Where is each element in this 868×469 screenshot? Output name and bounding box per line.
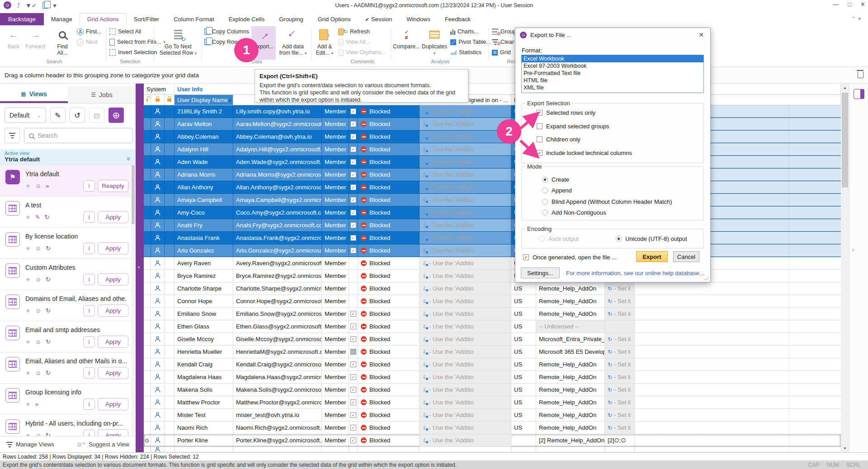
radio-option[interactable]: Append	[542, 187, 572, 194]
undo-button[interactable]: ↺	[70, 108, 85, 123]
row-checkbox-cell[interactable]: ✓	[349, 156, 358, 168]
table-row[interactable]: Mister Testmister_test@ovh.ytria.ioMembe…	[144, 409, 841, 422]
filter-views-button[interactable]	[5, 128, 20, 143]
header-lock[interactable]	[151, 95, 165, 105]
table-row[interactable]: Kendall CraigKendall.Craig@sygx2.onmicro…	[144, 358, 841, 371]
ribbon-collapse-icon[interactable]: ⌃▾	[851, 16, 863, 22]
view-card[interactable]: Group licensing info★»iApply	[0, 384, 131, 415]
table-row[interactable]: Charlotte SharpeCharlotte.Sharpe@sygx2.o…	[144, 282, 841, 295]
radio-option[interactable]: Add Non-Contiguous	[542, 209, 606, 216]
statistics-button[interactable]: Statistics	[450, 48, 491, 57]
table-row[interactable]: Abbey.ColemanAbbey.Coleman@ovh.ytria.ioM…	[144, 131, 841, 143]
apply-view-button[interactable]: Apply	[98, 336, 128, 348]
save-view-button[interactable]: ▤	[89, 108, 104, 123]
charts-button[interactable]: Charts...	[450, 27, 491, 36]
tab-column-format[interactable]: Column Format	[166, 14, 222, 25]
tab-grid-options[interactable]: Grid Options	[311, 14, 358, 25]
suggest-view-link[interactable]: ☺⁺ Suggest a View	[76, 441, 129, 448]
view-card[interactable]: Custom Attributes★☺↻iApply	[0, 259, 131, 290]
scrollbar-thumb[interactable]	[842, 93, 848, 188]
settings-button[interactable]: Settings...	[521, 267, 560, 278]
tab-feedback[interactable]: Feedback	[438, 14, 478, 25]
manage-views-link[interactable]: Manage Views	[6, 441, 54, 448]
header-user-display-name[interactable]: User Display Name▲	[175, 95, 233, 105]
table-row[interactable]: Makena SolisMakena.Solis@sygx2.onmicroso…	[144, 384, 841, 396]
view-card[interactable]: By license location★☺↻iApply	[0, 228, 131, 259]
table-row[interactable]: Anastasia FrankAnastasia.Frank@sygx2.onm…	[144, 232, 841, 244]
apply-view-button[interactable]: Apply	[98, 398, 128, 410]
table-row[interactable]: Amaya CampbellAmaya.Campbell@sygx2.onmic…	[144, 194, 841, 206]
row-checkbox-cell[interactable]: ✓	[349, 181, 358, 193]
view-info-button[interactable]: i	[83, 399, 95, 410]
apply-view-button[interactable]: Apply	[98, 242, 128, 254]
row-checkbox-cell[interactable]: ✓	[349, 308, 358, 320]
row-checkbox-cell[interactable]: ✓	[349, 320, 358, 333]
row-checkbox-cell[interactable]: ✓	[349, 232, 358, 244]
reapply-view-button[interactable]: Reapply	[98, 180, 128, 192]
preset-dropdown[interactable]: Default⌄	[5, 108, 46, 123]
row-checkbox-cell[interactable]: ✓	[349, 333, 358, 345]
view-info-button[interactable]: i	[83, 367, 95, 379]
sidebar-scrollbar[interactable]	[132, 165, 135, 436]
table-row[interactable]: Adalynn HillAdalynn.Hill@sygx2.onmicroso…	[144, 143, 841, 156]
find-all-button[interactable]: Find All...	[51, 26, 74, 59]
row-checkbox-cell[interactable]: ✓	[349, 131, 358, 143]
copy-columns-button[interactable]: Copy Columns	[204, 27, 249, 36]
row-checkbox-cell[interactable]: ✓	[349, 422, 358, 434]
view-info-button[interactable]: i	[83, 274, 95, 285]
row-checkbox-cell[interactable]: ✓	[349, 244, 358, 257]
row-checkbox-cell[interactable]	[349, 270, 358, 282]
table-row[interactable]: Henrietta MuellerHenriettaM@sygx2.onmicr…	[144, 346, 841, 358]
active-view-banner[interactable]: Active view Ytria default »	[0, 149, 136, 165]
pivot-table-button[interactable]: ⤢ Pivot Table...	[450, 38, 491, 47]
format-option[interactable]: HTML file	[522, 77, 703, 84]
cancel-button[interactable]: Cancel	[673, 251, 699, 262]
view-info-button[interactable]: i	[83, 336, 95, 347]
add-data-from-file-button[interactable]: → Add data from file... ▾	[277, 26, 309, 59]
help-link[interactable]: For more information, see our online hel…	[566, 270, 704, 277]
tab-grid-actions[interactable]: Grid Actions	[80, 13, 127, 25]
add-view-button[interactable]: ⊕	[108, 108, 124, 123]
collapse-right-icon[interactable]: ‹	[852, 246, 854, 253]
open-after-checkbox[interactable]: ✓ Once generated, open the file ...	[523, 254, 617, 261]
view-card[interactable]: ⚑Ytria default★☺»iReapply	[0, 165, 131, 197]
go-to-next-selected-row-button[interactable]: Go To Next Selected Row ▾	[157, 26, 199, 59]
checkbox-option[interactable]: ✓Include locked technical columns	[537, 150, 632, 156]
apply-view-button[interactable]: Apply	[98, 211, 128, 223]
row-checkbox-cell[interactable]	[349, 346, 358, 358]
apply-view-button[interactable]: Apply	[98, 305, 128, 317]
trash-icon[interactable]	[858, 72, 863, 78]
sidebar-tab-jobs[interactable]: ☰Jobs	[68, 86, 136, 103]
find-next-button[interactable]: › Next	[77, 38, 102, 47]
find-first-button[interactable]: A First...	[77, 27, 102, 36]
maximize-button[interactable]: □	[848, 1, 851, 8]
view-card[interactable]: Domains of Email, Aliases and othe...★☺↻…	[0, 290, 131, 321]
table-row[interactable]: Connor HopeConnor.Hope@sygx2.onmicrosoft…	[144, 295, 841, 308]
refresh-button[interactable]: ↻ Refresh	[338, 27, 386, 36]
row-checkbox-cell[interactable]	[349, 257, 358, 269]
table-row[interactable]: Emiliano SnowEmiliano.Snow@sygx2.onmicro…	[144, 308, 841, 320]
row-checkbox-cell[interactable]: ✓	[349, 219, 358, 231]
search-input[interactable]: Search	[24, 128, 133, 143]
duplicates-button[interactable]: Duplicates ▾	[420, 26, 448, 59]
header-lock[interactable]	[144, 95, 151, 105]
table-row[interactable]: Giselle MccoyGiselle.Mccoy@sygx2.onmicro…	[144, 333, 841, 346]
dialog-close-icon[interactable]: ✕	[697, 31, 706, 38]
tab-manage[interactable]: Manage	[44, 14, 80, 25]
row-checkbox-cell[interactable]: ✓	[349, 105, 358, 117]
table-row[interactable]: Aarav MeltonAarav.Melton@sygx2.onmicroso…	[144, 118, 841, 131]
row-checkbox-cell[interactable]: ✓	[349, 358, 358, 371]
table-row[interactable]: Magdalena HaasMagdalena.Haas@sygx2.onmic…	[144, 371, 841, 384]
table-row[interactable]: Arlo GonzalezArlo.Gonzalez@sygx2.onmicro…	[144, 244, 841, 257]
table-row[interactable]: Anahi FryAnahi.Fry@sygx2.onmicrosoft.com…	[144, 219, 841, 232]
row-checkbox-cell[interactable]	[349, 282, 358, 295]
compare-button[interactable]: ✔✘ Compare...	[393, 26, 420, 59]
row-checkbox-cell[interactable]: ✓	[349, 194, 358, 206]
format-option[interactable]: XML file	[522, 84, 703, 91]
export-confirm-button[interactable]: Export	[636, 251, 668, 262]
radio-option[interactable]: Create	[542, 176, 569, 183]
row-checkbox-cell[interactable]: ✓	[349, 206, 358, 219]
row-checkbox-cell[interactable]: ✓	[349, 396, 358, 408]
radio-option[interactable]: Ascii output	[539, 235, 579, 242]
scroll-up-icon[interactable]: ▲	[841, 84, 849, 92]
